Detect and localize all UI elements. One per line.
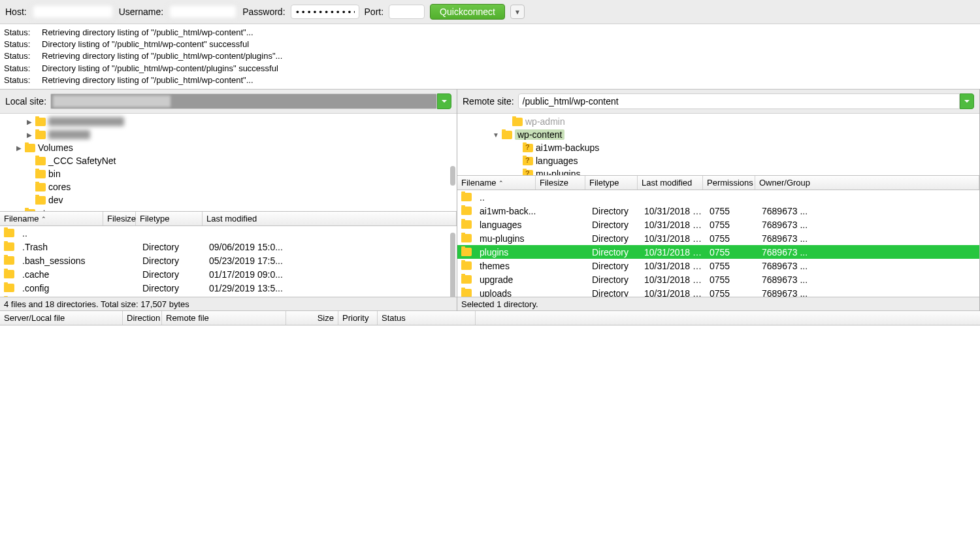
remote-col-filetype[interactable]: Filetype (585, 176, 638, 190)
local-col-filename[interactable]: Filename⌃ (0, 212, 103, 225)
remote-tree[interactable]: wp-admin▼wp-contentai1wm-backupslanguage… (457, 114, 979, 176)
file-row[interactable]: .configDirectory01/29/2019 13:5... (0, 281, 457, 295)
password-input[interactable] (291, 5, 359, 19)
file-row[interactable]: .. (0, 226, 457, 240)
tree-row[interactable]: cores (0, 180, 457, 193)
file-row[interactable]: upgradeDirectory10/31/2018 0...075576896… (457, 273, 979, 286)
folder-icon (502, 131, 512, 139)
quickconnect-button[interactable]: Quickconnect (430, 4, 505, 20)
local-path-dropdown[interactable] (437, 93, 451, 109)
remote-path-dropdown[interactable] (960, 93, 974, 109)
local-col-lastmod[interactable]: Last modified (203, 212, 457, 225)
tree-label: mu-plugins (536, 169, 580, 176)
folder-icon (4, 242, 14, 251)
remote-path-input[interactable] (518, 93, 960, 109)
disclosure-icon[interactable]: ▶ (16, 210, 22, 212)
local-status-bar: 4 files and 18 directories. Total size: … (0, 297, 457, 311)
xfer-col-local[interactable]: Server/Local file (0, 311, 123, 325)
tree-row[interactable]: _CCC SafetyNet (0, 154, 457, 167)
tree-row[interactable]: languages (457, 154, 979, 167)
tree-row[interactable]: ▼wp-content (457, 128, 979, 141)
log-value: Retrieving directory listing of "/public… (42, 50, 976, 62)
file-own: 7689673 ... (759, 288, 979, 297)
local-col-filetype[interactable]: Filetype (136, 212, 203, 225)
file-name: .docker (20, 297, 107, 297)
file-perm: 0755 (707, 274, 759, 285)
remote-col-lastmod[interactable]: Last modified (638, 176, 703, 190)
file-row[interactable]: pluginsDirectory10/31/2018 0...075576896… (457, 245, 979, 259)
local-file-list[interactable]: ...TrashDirectory09/06/2019 15:0....bash… (0, 226, 457, 297)
file-own: 7689673 ... (759, 220, 979, 230)
log-key: Status: (4, 39, 37, 50)
disclosure-icon[interactable]: ▼ (493, 131, 499, 139)
file-row[interactable]: languagesDirectory10/31/2018 0...0755768… (457, 218, 979, 231)
file-row[interactable]: ai1wm-back...Directory10/31/2018 0...075… (457, 204, 979, 218)
file-mod: 01/29/2019 13:5... (206, 283, 457, 293)
log-value: Directory listing of "/public_html/wp-co… (42, 39, 976, 50)
file-row[interactable]: uploadsDirectory10/31/2018 0...075576896… (457, 286, 979, 297)
file-row[interactable]: mu-pluginsDirectory10/31/2018 0...075576… (457, 231, 979, 245)
folder-icon (25, 209, 35, 212)
tree-row[interactable]: bin (0, 167, 457, 180)
file-perm: 0755 (707, 220, 759, 230)
tree-row[interactable]: wp-admin (457, 115, 979, 128)
folder-icon (461, 207, 472, 215)
file-type: Directory (140, 269, 206, 280)
remote-file-list[interactable]: ..ai1wm-back...Directory10/31/2018 0...0… (457, 190, 979, 297)
host-input[interactable] (32, 5, 114, 19)
folder-icon (461, 289, 472, 297)
file-row[interactable]: .bash_sessionsDirectory05/23/2019 17:5..… (0, 254, 457, 267)
xfer-col-priority[interactable]: Priority (338, 311, 378, 325)
xfer-col-remote[interactable]: Remote file (162, 311, 286, 325)
message-log[interactable]: Status:Retrieving directory listing of "… (0, 24, 980, 90)
remote-status-bar: Selected 1 directory. (457, 297, 979, 311)
disclosure-icon[interactable]: ▶ (26, 131, 33, 139)
local-col-filesize[interactable]: Filesize (103, 212, 136, 225)
xfer-col-size[interactable]: Size (286, 311, 338, 325)
tree-label: languages (536, 156, 578, 166)
tree-row[interactable]: ▶Volumes (0, 141, 457, 154)
disclosure-icon[interactable]: ▶ (16, 144, 22, 152)
quickconnect-dropdown-button[interactable]: ▼ (510, 5, 525, 19)
file-row[interactable]: .TrashDirectory09/06/2019 15:0... (0, 240, 457, 254)
local-tree[interactable]: ▶x▶x▶Volumes_CCC SafetyNetbincoresdev▶et… (0, 114, 457, 212)
file-name: .. (20, 228, 107, 239)
log-key: Status: (4, 27, 37, 39)
port-input[interactable] (389, 5, 425, 19)
file-mod: 01/15/2019 07:0... (206, 297, 457, 297)
tree-row[interactable]: ▶x (0, 115, 457, 128)
file-type: Directory (589, 247, 642, 257)
username-input[interactable] (169, 5, 237, 19)
remote-col-filename[interactable]: Filename⌃ (457, 176, 536, 190)
tree-row[interactable]: ▶x (0, 128, 457, 141)
file-own: 7689673 ... (759, 233, 979, 244)
remote-pane: Remote site: wp-admin▼wp-contentai1wm-ba… (457, 90, 980, 311)
folder-icon (461, 220, 472, 229)
tree-row[interactable]: mu-plugins (457, 167, 979, 176)
transfer-queue-body[interactable] (0, 325, 980, 547)
log-key: Status: (4, 63, 37, 75)
file-row[interactable]: .cacheDirectory01/17/2019 09:0... (0, 267, 457, 281)
file-mod: 10/31/2018 0... (642, 261, 707, 271)
file-type: Directory (589, 288, 642, 297)
remote-col-owner[interactable]: Owner/Group (755, 176, 979, 190)
disclosure-icon[interactable]: ▶ (26, 118, 33, 125)
local-site-label: Local site: (5, 96, 46, 107)
remote-col-filesize[interactable]: Filesize (536, 176, 585, 190)
folder-icon (25, 144, 35, 152)
tree-label: wp-admin (525, 116, 565, 127)
file-own: 7689673 ... (759, 206, 979, 216)
file-mod: 05/23/2019 17:5... (206, 256, 457, 266)
tree-row[interactable]: ai1wm-backups (457, 141, 979, 154)
file-name: ai1wm-back... (477, 206, 540, 216)
tree-row[interactable]: ▶etc (0, 207, 457, 212)
transfer-queue-header: Server/Local file Direction Remote file … (0, 311, 980, 325)
file-row[interactable]: themesDirectory10/31/2018 0...0755768967… (457, 259, 979, 273)
xfer-col-direction[interactable]: Direction (123, 311, 162, 325)
file-row[interactable]: .. (457, 190, 979, 204)
file-name: .Trash (20, 242, 107, 252)
file-row[interactable]: .dockerDirectory01/15/2019 07:0... (0, 295, 457, 297)
xfer-col-status[interactable]: Status (378, 311, 476, 325)
remote-col-permissions[interactable]: Permissions (703, 176, 755, 190)
tree-row[interactable]: dev (0, 193, 457, 207)
